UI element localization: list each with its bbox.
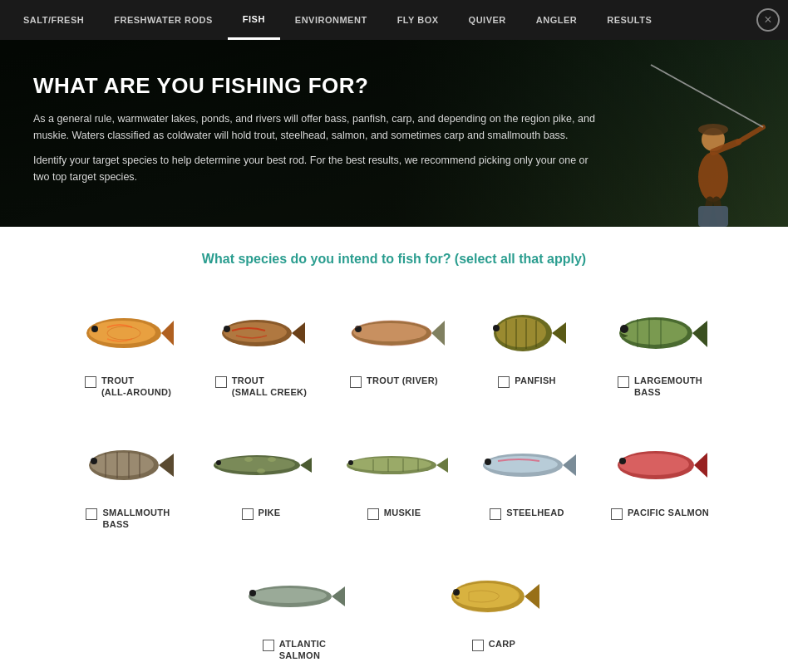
fish-label-trout-all: TROUT(ALL-AROUND)	[101, 375, 171, 399]
svg-point-17	[224, 326, 230, 332]
nav-item-fish[interactable]: FISH	[228, 0, 280, 40]
fish-item-atlantic-salmon: ATLANTICSALMON	[228, 555, 361, 670]
fish-item-trout-river: TROUT (RIVER)	[328, 292, 460, 407]
hero-title: WHAT ARE YOU FISHING FOR?	[33, 73, 598, 99]
fish-image-pacific-salmon	[602, 432, 718, 498]
svg-point-68	[619, 458, 626, 464]
fish-label-largemouth-bass: LARGEMOUTHBASS	[634, 375, 702, 399]
svg-marker-71	[332, 586, 345, 606]
svg-point-74	[453, 583, 520, 608]
checkbox-pacific-salmon[interactable]	[611, 508, 623, 520]
svg-point-0	[698, 152, 728, 202]
svg-line-5	[651, 65, 763, 127]
section-title: What species do you intend to fish for? …	[33, 252, 755, 267]
svg-point-72	[249, 590, 256, 596]
svg-point-39	[91, 453, 154, 476]
checkbox-panfish[interactable]	[498, 376, 510, 388]
fish-item-trout-all: TROUT(ALL-AROUND)	[62, 292, 195, 407]
fish-label-carp: CARP	[489, 638, 515, 650]
navigation: SALT/FRESH FRESHWATER RODS FISH ENVIRONM…	[0, 0, 788, 40]
checkbox-pike[interactable]	[242, 508, 254, 520]
svg-point-66	[619, 454, 689, 475]
fish-image-panfish	[469, 300, 585, 366]
svg-point-15	[224, 322, 287, 342]
fish-label-panfish: PANFISH	[515, 375, 556, 386]
checkbox-trout-small[interactable]	[215, 376, 227, 388]
checkbox-steelhead[interactable]	[490, 508, 501, 520]
fish-image-carp	[436, 563, 552, 630]
hero-section: WHAT ARE YOU FISHING FOR? As a general r…	[0, 40, 788, 227]
fish-item-muskie: MUSKIE	[328, 424, 460, 539]
svg-marker-75	[525, 584, 539, 609]
fish-image-largemouth-bass	[602, 300, 718, 366]
checkbox-trout-river[interactable]	[350, 376, 362, 388]
fish-item-panfish: PANFISH	[460, 292, 593, 407]
fish-item-pacific-salmon: PACIFIC SALMON	[593, 424, 726, 539]
fish-item-pike: PIKE	[195, 424, 328, 539]
fish-label-smallmouth-bass: SMALLMOUTHBASS	[102, 507, 170, 531]
fish-image-trout-small	[203, 300, 319, 366]
fish-label-pike: PIKE	[259, 507, 281, 518]
fish-label-atlantic-salmon: ATLANTICSALMON	[279, 638, 327, 662]
checkbox-carp[interactable]	[472, 640, 484, 651]
nav-item-environment[interactable]: ENVIRONMENT	[280, 0, 382, 40]
nav-item-fly-box[interactable]: FLY BOX	[382, 0, 454, 40]
svg-line-4	[738, 127, 763, 142]
svg-point-70	[250, 588, 327, 603]
angler-figure	[613, 40, 780, 227]
svg-point-26	[493, 325, 500, 331]
nav-item-results[interactable]: RESULTS	[592, 0, 667, 40]
fish-label-pacific-salmon: PACIFIC SALMON	[628, 507, 709, 518]
svg-point-24	[496, 317, 546, 347]
close-button[interactable]: ×	[756, 8, 780, 32]
fish-row-3: ATLANTICSALMON CARP	[33, 555, 755, 670]
fish-image-atlantic-salmon	[236, 563, 352, 630]
svg-marker-20	[431, 321, 445, 346]
svg-point-51	[257, 468, 265, 473]
checkbox-smallmouth-bass[interactable]	[86, 508, 97, 520]
fish-label-trout-river: TROUT (RIVER)	[367, 375, 438, 386]
svg-point-76	[453, 589, 460, 596]
nav-item-salt-fresh[interactable]: SALT/FRESH	[8, 0, 99, 40]
fish-image-steelhead	[469, 432, 585, 498]
fish-item-trout-small: TROUT(SMALL CREEK)	[195, 292, 328, 407]
svg-marker-67	[694, 453, 707, 478]
svg-marker-25	[552, 322, 566, 344]
svg-point-32	[621, 320, 687, 345]
main-content: What species do you intend to fish for? …	[0, 227, 788, 672]
fish-label-muskie: MUSKIE	[384, 507, 421, 518]
hero-paragraph1: As a general rule, warmwater lakes, pond…	[33, 110, 598, 144]
svg-marker-16	[292, 322, 305, 344]
nav-item-angler[interactable]: ANGLER	[521, 0, 592, 40]
svg-point-21	[355, 326, 362, 332]
nav-item-freshwater-rods[interactable]: FRESHWATER RODS	[99, 0, 228, 40]
svg-point-62	[485, 456, 558, 473]
svg-point-54	[348, 458, 431, 471]
fish-image-trout-river	[336, 300, 452, 366]
checkbox-trout-all[interactable]	[85, 376, 96, 388]
svg-marker-55	[436, 458, 448, 473]
svg-rect-8	[698, 206, 728, 227]
svg-point-19	[353, 323, 426, 341]
svg-point-12	[91, 326, 98, 332]
nav-item-quiver[interactable]: QUIVER	[454, 0, 521, 40]
fish-image-trout-all	[70, 300, 186, 366]
svg-point-41	[91, 458, 97, 464]
svg-point-56	[348, 460, 353, 465]
svg-point-10	[89, 321, 155, 344]
hero-paragraph2: Identify your target species to help det…	[33, 152, 598, 185]
fish-item-largemouth-bass: LARGEMOUTHBASS	[593, 292, 726, 407]
svg-marker-63	[563, 454, 576, 476]
fish-row-1: TROUT(ALL-AROUND) TROUT(SMALL CREEK) TRO…	[33, 292, 755, 407]
fish-label-steelhead: STEELHEAD	[506, 507, 564, 518]
svg-marker-11	[161, 321, 174, 346]
checkbox-largemouth-bass[interactable]	[618, 376, 629, 388]
checkbox-atlantic-salmon[interactable]	[263, 640, 274, 651]
svg-point-47	[215, 457, 295, 472]
fish-label-trout-small: TROUT(SMALL CREEK)	[232, 375, 307, 399]
checkbox-muskie[interactable]	[367, 508, 379, 520]
svg-point-52	[268, 457, 276, 462]
svg-marker-48	[300, 458, 312, 473]
svg-point-50	[244, 457, 253, 462]
fish-item-carp: CARP	[427, 555, 560, 670]
